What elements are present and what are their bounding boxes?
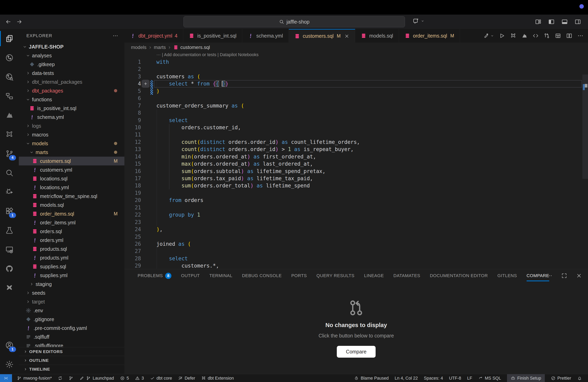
tab-close-icon[interactable] [344,34,349,39]
tree-item-order-items-sql[interactable]: order_items.sqlM [19,209,125,218]
code-editor[interactable]: ··· | Add documentation or tests | Datap… [125,52,588,269]
tree-item-macros[interactable]: macros [19,130,125,139]
tree-item--gitignore[interactable]: .gitignore [19,315,125,324]
panel-maximize-icon[interactable] [561,273,567,279]
activity-item-accounts[interactable]: 1 [0,336,19,355]
status-item-language-mode[interactable]: MS SQL [478,376,501,381]
tree-item-orders-sql[interactable]: orders.sql [19,227,125,236]
panel-tab-gitlens[interactable]: GITLENS [497,269,517,282]
status-item-git-branch[interactable]: mwong-fusion* [17,376,52,381]
activity-item-extensions[interactable]: 1 [0,202,19,221]
status-item-finish-setup[interactable]: Finish Setup [507,374,545,382]
sidebar-section-timeline[interactable]: TIMELINE [19,365,125,373]
panel-tab-lineage[interactable]: LINEAGE [364,269,384,282]
activity-item-remote-explorer[interactable] [0,240,19,259]
tree-item-analyses[interactable]: analyses [19,51,125,60]
tree-item-models-sql[interactable]: models.sql [19,201,125,209]
status-item-sync-changes[interactable] [58,376,63,381]
activity-item-lineage-view[interactable] [0,87,19,106]
activity-item-settings[interactable] [0,355,19,374]
editor-scrollbar[interactable] [582,75,588,179]
activity-item-dbt-logo-view[interactable] [0,106,19,125]
tree-item-locations-yml[interactable]: locations.yml [19,183,125,192]
sidebar-section-open-editors[interactable]: OPEN EDITORS [19,347,125,356]
tree-item-dbt-internal-packages[interactable]: dbt_internal_packages [19,77,125,86]
activity-item-dbt-project-view[interactable] [0,48,19,67]
tree-item-jaffle-shop[interactable]: JAFFLE-SHOP [19,42,125,51]
activity-item-testing[interactable] [0,221,19,240]
tree-item-marts[interactable]: marts [19,148,125,157]
panel-more-icon[interactable] [547,273,552,279]
tree-item--sqlfluff[interactable]: .sqlfluff [19,332,125,341]
status-item-encoding[interactable]: UTF-8 [449,376,461,381]
breadcrumb-item[interactable]: marts [154,45,166,50]
activity-item-explorer[interactable] [0,29,19,48]
editor-tab-dbt-project-yml[interactable]: dbt_project.yml4 [125,29,183,42]
activity-item-datamates[interactable] [0,278,19,298]
tree-item-staging[interactable]: staging [19,280,125,288]
editor-tab-schema-yml[interactable]: schema.yml [242,29,289,42]
panel-tab-terminal[interactable]: TERMINAL [210,269,232,282]
codelens-actions[interactable]: ··· | Add documentation or tests | Datap… [156,52,259,57]
tree-item-data-tests[interactable]: data-tests [19,69,125,77]
tree-item-seeds[interactable]: seeds [19,288,125,297]
activity-item-search[interactable] [0,163,19,182]
tree-item--gitkeep[interactable]: .gitkeep [19,60,125,69]
status-item-cursor-position[interactable]: Ln 4, Col 22 [395,376,418,381]
tree-item-functions[interactable]: functions [19,95,125,104]
editor-tab-customers-sql[interactable]: customers.sqlM [289,29,355,42]
dbt-build-button[interactable] [483,33,494,39]
panel-tab-datamates[interactable]: DATAMATES [393,269,420,282]
tree-item-locations-sql[interactable]: locations.sql [19,174,125,183]
toggle-sidebar-left-icon[interactable] [548,18,555,25]
editor-tab-is-positive-int-sql[interactable]: is_positive_int.sql [183,29,242,42]
activity-item-source-control[interactable]: 4 [0,144,19,163]
panel-tab-output[interactable]: OUTPUT [181,269,200,282]
panel-tab-debug-console[interactable]: DEBUG CONSOLE [242,269,282,282]
status-item-launchpad[interactable]: Launchpad [79,376,114,381]
tree-item-supplies-sql[interactable]: supplies.sql [19,262,125,271]
tree-item-supplies-yml[interactable]: supplies.yml [19,271,125,280]
panel-tab-ports[interactable]: PORTS [291,269,307,282]
tree-item-customers-sql[interactable]: customers.sqlM [19,157,125,165]
tree-item-products-yml[interactable]: products.yml [19,253,125,262]
tree-item-products-sql[interactable]: products.sql [19,245,125,253]
tree-item-target[interactable]: target [19,297,125,306]
status-item-remote-indicator[interactable] [0,374,12,382]
status-item-dbt-extension-status[interactable]: dbt Extension [201,376,234,381]
panel-close-icon[interactable] [576,273,582,279]
tree-item--pre-commit-config-yaml[interactable]: .pre-commit-config.yaml [19,324,125,332]
tree-item--env[interactable]: .env [19,306,125,315]
nav-back-button[interactable] [5,19,11,25]
query-results-button[interactable] [555,33,561,39]
activity-item-dbt-model-explorer[interactable] [0,67,19,87]
activity-item-dbt-power-user[interactable] [0,125,19,144]
dbt-action-button[interactable] [521,33,528,39]
tree-item-logs[interactable]: logs [19,121,125,130]
status-item-notifications-bell[interactable] [577,376,582,381]
compare-button[interactable]: Compare [337,346,376,358]
editor-tab-models-sql[interactable]: models.sql [355,29,399,42]
tree-item-dbt-packages[interactable]: dbt_packages [19,86,125,95]
panel-tab-compare[interactable]: COMPARE [526,269,549,282]
tree-item-customers-yml[interactable]: customers.yml [19,165,125,174]
sidebar-section-outline[interactable]: OUTLINE [19,356,125,365]
command-center-search[interactable]: jaffle-shop [183,16,405,27]
status-item-dbt-core-status[interactable]: dbt core [150,376,172,381]
status-item-prettier-status[interactable]: Prettier [551,376,571,381]
status-item-blame-status[interactable]: Blame Paused [354,376,389,381]
panel-tab-query-results[interactable]: QUERY RESULTS [316,269,354,282]
panel-tab-problems[interactable]: PROBLEMS8 [138,269,171,282]
git-compare-button[interactable] [544,33,550,39]
copilot-menu-button[interactable] [412,17,424,25]
status-item-defer-toggle[interactable]: Defer [178,376,195,381]
breadcrumb[interactable]: models›marts›customers.sql [125,42,588,52]
run-file-button[interactable] [499,33,505,39]
status-item-branch-status[interactable] [69,376,73,381]
activity-item-github[interactable] [0,259,19,278]
tree-item-metricflow-time-spine-sql[interactable]: metricflow_time_spine.sql [19,192,125,201]
status-item-indentation[interactable]: Spaces: 4 [424,376,443,381]
tree-item-order-items-yml[interactable]: order_items.yml [19,218,125,227]
activity-item-run-and-debug[interactable] [0,182,19,202]
layout-icon[interactable] [535,18,542,25]
